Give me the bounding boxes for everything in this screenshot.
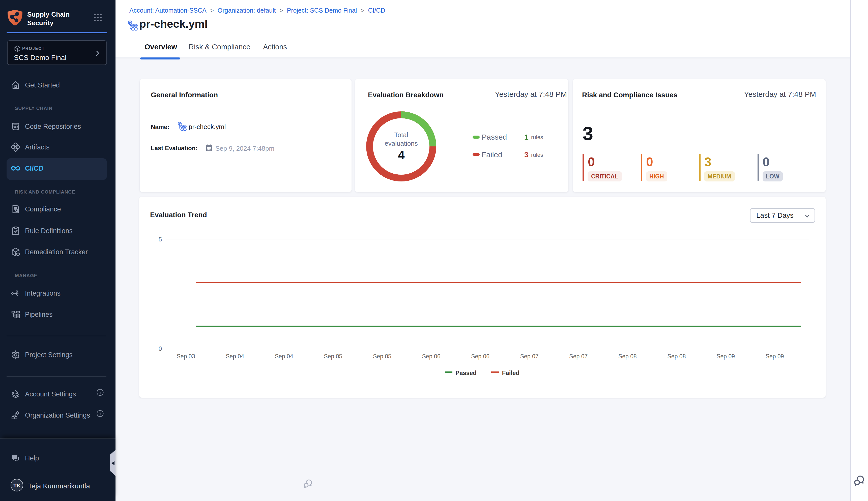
svg-text:?: ? <box>13 454 16 459</box>
